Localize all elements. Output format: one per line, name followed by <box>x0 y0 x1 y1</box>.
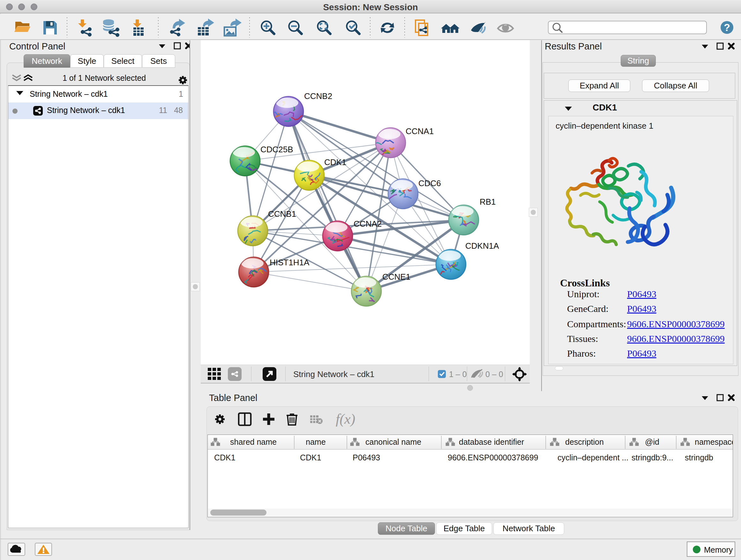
svg-text:CDC6: CDC6 <box>418 179 441 188</box>
svg-text:CDKN1A: CDKN1A <box>465 241 499 251</box>
svg-text:CCNE1: CCNE1 <box>382 272 410 282</box>
svg-text:CCNA1: CCNA1 <box>406 126 434 136</box>
svg-text:CDK1: CDK1 <box>324 158 346 167</box>
svg-text:CCNB2: CCNB2 <box>304 91 332 101</box>
svg-text:CCNA2: CCNA2 <box>354 219 382 229</box>
svg-text:?: ? <box>724 22 730 33</box>
svg-text:f(x): f(x) <box>336 411 355 427</box>
svg-text:CCNB1: CCNB1 <box>268 209 296 219</box>
svg-text:HIST1H1A: HIST1H1A <box>270 258 310 267</box>
svg-text:CDC25B: CDC25B <box>260 145 293 154</box>
svg-text:RB1: RB1 <box>480 197 496 206</box>
